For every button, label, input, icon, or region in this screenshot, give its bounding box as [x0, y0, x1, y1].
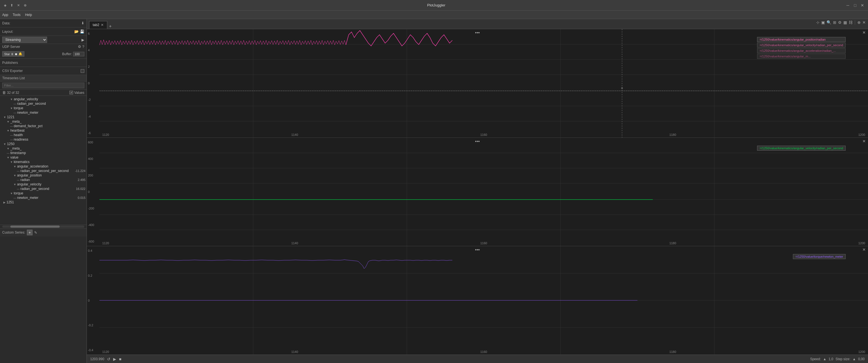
close-btn[interactable]: ✕ — [860, 2, 865, 8]
plot3-close-btn[interactable]: ✕ — [862, 247, 866, 252]
plot1-tooltip1: =/1250/value/kinematics/angular_position… — [757, 37, 846, 42]
list-item[interactable]: ▼ 1250 — [0, 142, 87, 146]
delete-icon[interactable]: 🗑 — [2, 90, 6, 95]
streaming-select[interactable]: Streaming — [2, 37, 47, 43]
plot2-more-btn[interactable]: ••• — [475, 139, 480, 144]
play-icon[interactable]: ▶ — [113, 357, 116, 361]
list-item[interactable]: — radian_per_second_per_second -11.224 — [0, 169, 87, 173]
layout-section: Layout: 📂 💾 — [0, 27, 87, 36]
app-icon: ◈ — [3, 3, 7, 7]
speed-up-icon[interactable]: ▲ — [823, 357, 826, 361]
plot-chart-2[interactable]: ✕ ••• =/1250/value/kinematics/angular_ve… — [87, 138, 868, 246]
list-item[interactable]: ▼ _meta_ — [0, 119, 87, 124]
list-item[interactable]: — demand_factor_pct — [0, 124, 87, 128]
add-custom-series-button[interactable]: + — [27, 230, 32, 235]
list-item[interactable]: ▼ kinematics — [0, 160, 87, 164]
udp-server-row: UDP Server ⚙ ? — [0, 44, 87, 49]
values-checkbox[interactable] — [69, 91, 73, 94]
toolbar-right: ⊹ ▣ 🔍 ⊞ ⚙ ▦ ⛓ ⊕ ✕ — [816, 20, 866, 25]
data-icon[interactable]: ⬇ — [81, 21, 84, 25]
list-item[interactable]: — newton_meter 0.015 — [0, 195, 87, 200]
notification-icon: 🔔 — [19, 52, 22, 56]
plot1-close-btn[interactable]: ✕ — [862, 30, 866, 35]
list-item[interactable]: — readiness — [0, 137, 87, 142]
left-panel: Data: ⬇ Layout: 📂 💾 Streaming ▶ UDP Serv… — [0, 19, 87, 363]
step-value: 0,00 — [858, 357, 865, 361]
plot3-svg — [99, 246, 868, 355]
csv-exporter-section: CSV Exporter — [0, 67, 87, 75]
tab-tab2[interactable]: tab2 ✕ — [89, 21, 107, 29]
separator — [855, 20, 855, 25]
plot3-tooltip: =/1250/value/torque/newton_meter — [793, 254, 846, 259]
link-icon[interactable]: ⛓ — [849, 20, 852, 25]
buffer-label: Buffer: — [62, 52, 72, 56]
plot1-more-btn[interactable]: ••• — [475, 30, 480, 35]
list-item[interactable]: ▼ 1221 — [0, 115, 87, 119]
publishers-label[interactable]: Publishers — [2, 61, 18, 65]
list-item[interactable]: ▼ angular_velocity — [0, 182, 87, 186]
select-icon[interactable]: ▣ — [821, 20, 825, 25]
settings-icon[interactable]: ⚙ — [838, 20, 842, 25]
plot3-more-btn[interactable]: ••• — [475, 247, 480, 252]
loop-icon[interactable]: ↺ — [107, 357, 111, 361]
filter-input[interactable] — [2, 83, 84, 88]
tree-scrollbar[interactable] — [0, 224, 87, 228]
stop-icon[interactable]: ■ — [119, 357, 121, 361]
list-item[interactable]: ▼ heartbeat — [0, 128, 87, 133]
list-item[interactable]: — radian_per_second — [0, 101, 87, 106]
list-item[interactable]: ▼ angular_velocity — [0, 97, 87, 101]
step-up-icon[interactable]: ▲ — [852, 357, 856, 361]
grid-icon[interactable]: ▦ — [843, 20, 847, 25]
plot2-close-btn[interactable]: ✕ — [862, 139, 866, 143]
pan-icon[interactable]: ⊞ — [833, 20, 836, 25]
speed-value: 1,0 — [829, 357, 833, 361]
list-item[interactable]: — newton_meter — [0, 110, 87, 115]
plot1-tooltip2: =/1250/value/kinematics/angular_velocity… — [757, 42, 846, 48]
menu-app[interactable]: App — [2, 13, 8, 17]
list-item[interactable]: — health — [0, 133, 87, 137]
tree-container: ▼ angular_velocity — radian_per_second ▼… — [0, 96, 87, 224]
csv-checkbox[interactable] — [81, 69, 84, 73]
app-icon2: ⬆ — [9, 3, 14, 7]
list-item[interactable]: ▼ torque — [0, 106, 87, 110]
menu-tools[interactable]: Tools — [12, 13, 21, 17]
count-label: 32 of 32 — [7, 91, 19, 95]
tab-close-icon[interactable]: ✕ — [101, 23, 104, 27]
list-item[interactable]: ▼ value — [0, 155, 87, 160]
list-item[interactable]: ▼ torque — [0, 191, 87, 195]
buffer-input[interactable] — [73, 52, 84, 56]
menu-help[interactable]: Help — [25, 13, 32, 17]
move-icon[interactable]: ⊹ — [816, 20, 819, 25]
csv-exporter-label[interactable]: CSV Exporter — [2, 69, 23, 73]
minimize-btn[interactable]: ─ — [845, 2, 850, 8]
list-item[interactable]: — radian_per_second 16.022 — [0, 186, 87, 191]
load-layout-icon[interactable]: 📂 — [74, 29, 79, 34]
zoom-icon[interactable]: 🔍 — [827, 20, 831, 25]
list-item[interactable]: — timestamp — [0, 151, 87, 155]
list-item[interactable]: ▶ 1251 — [0, 200, 87, 205]
streaming-arrow-icon[interactable]: ▶ — [82, 38, 84, 42]
main-layout: Data: ⬇ Layout: 📂 💾 Streaming ▶ UDP Serv… — [0, 19, 868, 363]
add-tab-button[interactable]: + — [108, 24, 113, 29]
start-button[interactable]: Star ⏸ ⏺ 🔔 — [2, 51, 24, 57]
status-right: Speed: ▲ 1,0 Step size: ▲ 0,00 — [810, 357, 865, 361]
close-plot-icon[interactable]: ✕ — [862, 20, 866, 25]
start-buffer-section: Star ⏸ ⏺ 🔔 Buffer: — [0, 49, 87, 59]
plot-chart-3[interactable]: ✕ ••• =/1250/value/torque/newton_meter 0… — [87, 246, 868, 355]
add-plot-icon[interactable]: ⊕ — [857, 20, 861, 25]
maximize-btn[interactable]: □ — [852, 2, 858, 8]
plot2-tooltip: =/1250/value/kinematics/angular_velocity… — [757, 146, 846, 151]
list-item[interactable]: — radian 2.495 — [0, 178, 87, 182]
edit-custom-series-icon[interactable]: ✎ — [34, 231, 37, 235]
app-icon4: ⊕ — [23, 3, 27, 7]
udp-settings-icon[interactable]: ⚙ — [78, 44, 81, 49]
timeseries-header: Timeseries List — [0, 75, 87, 82]
list-item[interactable]: ▼ _meta_ — [0, 146, 87, 151]
tab-bar: tab2 ✕ + ⊹ ▣ 🔍 ⊞ ⚙ ▦ ⛓ ⊕ ✕ — [87, 19, 868, 29]
list-item[interactable]: ▼ angular_position — [0, 173, 87, 178]
plot-chart-1[interactable]: ✕ ••• =/1250/value/kinematics/angular_po… — [87, 29, 868, 138]
save-layout-icon[interactable]: 💾 — [80, 29, 84, 34]
list-item[interactable]: ▼ angular_acceleration — [0, 164, 87, 169]
udp-question-icon[interactable]: ? — [82, 44, 84, 49]
time-display: 1203.990 — [90, 357, 104, 361]
